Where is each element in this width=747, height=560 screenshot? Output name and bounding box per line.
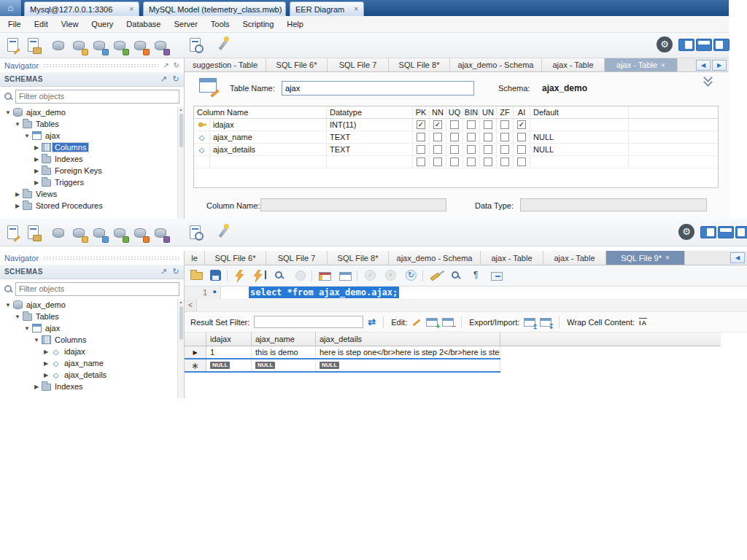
edit-record-icon[interactable] bbox=[411, 317, 422, 327]
scrollbar-thumb[interactable] bbox=[179, 306, 183, 340]
bin-checkbox[interactable] bbox=[467, 158, 476, 166]
tree-item-column-idajax[interactable]: ▶◇idajax bbox=[0, 346, 177, 357]
scrollbar-thumb[interactable] bbox=[179, 114, 183, 147]
limit-rows-icon[interactable] bbox=[338, 268, 354, 284]
new-query-tab-icon[interactable] bbox=[4, 224, 22, 241]
result-col-header-ajax_details[interactable]: ajax_details bbox=[316, 332, 500, 346]
database-icon[interactable] bbox=[50, 224, 67, 241]
expander-icon[interactable]: ▶ bbox=[14, 191, 21, 198]
close-icon[interactable]: × bbox=[665, 254, 670, 262]
column-row-empty[interactable] bbox=[194, 156, 718, 168]
wrap-text-icon[interactable] bbox=[489, 268, 506, 284]
expander-icon[interactable]: ▶ bbox=[14, 203, 21, 209]
filter-objects-input[interactable] bbox=[15, 90, 179, 104]
create-procedure-icon[interactable] bbox=[131, 36, 149, 54]
reconnect-dbms-icon[interactable] bbox=[214, 36, 232, 54]
expander-icon[interactable]: ▼ bbox=[14, 121, 21, 128]
result-col-header-idajax[interactable]: idajax bbox=[206, 332, 252, 346]
tab-sql-file-8[interactable]: SQL File 8* bbox=[389, 58, 450, 71]
un-checkbox[interactable] bbox=[484, 120, 492, 129]
refresh-icon[interactable]: ↻ bbox=[174, 61, 179, 69]
tab-next-icon[interactable]: ▶ bbox=[712, 60, 727, 71]
autocommit-icon[interactable]: ↻ bbox=[403, 268, 419, 284]
result-cell[interactable]: NULL bbox=[252, 359, 316, 371]
toggle-output-area-icon[interactable] bbox=[718, 226, 734, 238]
tree-item-schema-ajax_demo[interactable]: ▼ajax_demo bbox=[0, 299, 177, 311]
tree-item-column-ajax_name[interactable]: ▶◇ajax_name bbox=[0, 357, 177, 369]
datatype-cell[interactable] bbox=[327, 156, 413, 168]
expander-icon[interactable]: ▶ bbox=[42, 372, 50, 378]
create-table-icon[interactable] bbox=[90, 36, 108, 54]
zf-checkbox[interactable] bbox=[500, 120, 509, 129]
create-procedure-icon[interactable] bbox=[131, 224, 149, 241]
tree-item-tables[interactable]: ▼Tables bbox=[0, 311, 177, 322]
menu-view[interactable]: View bbox=[55, 18, 85, 30]
notifications-gear-icon[interactable]: ⚙ bbox=[678, 224, 694, 240]
explain-plan-icon[interactable] bbox=[272, 268, 288, 284]
pk-checkbox[interactable] bbox=[417, 158, 425, 166]
result-cell[interactable]: NULL bbox=[316, 359, 500, 371]
window-tab-eer-diagram[interactable]: EER Diagram × bbox=[290, 1, 364, 16]
expander-icon[interactable]: ▶ bbox=[33, 384, 40, 390]
menu-help[interactable]: Help bbox=[280, 18, 310, 30]
expander-icon[interactable]: ▶ bbox=[33, 144, 40, 151]
tree-item-indexes[interactable]: ▶Indexes bbox=[0, 381, 177, 392]
tree-item-indexes[interactable]: ▶Indexes bbox=[0, 153, 177, 165]
ai-checkbox[interactable] bbox=[517, 158, 526, 166]
expand-panel-icon[interactable]: ↗ bbox=[163, 61, 169, 69]
refresh-schemas-icon[interactable]: ↻ bbox=[172, 267, 179, 276]
un-checkbox[interactable] bbox=[484, 158, 492, 166]
new-query-tab-icon[interactable] bbox=[4, 36, 22, 54]
nn-checkbox[interactable] bbox=[433, 158, 442, 166]
toggle-right-sidebar-icon[interactable] bbox=[735, 226, 747, 238]
expander-icon[interactable]: ▼ bbox=[23, 325, 31, 332]
save-script-icon[interactable] bbox=[208, 268, 224, 284]
column-name-cell[interactable]: ajax_name bbox=[210, 131, 327, 143]
toggle-stop-on-error-icon[interactable] bbox=[317, 268, 333, 284]
commit-icon[interactable]: ✓ bbox=[363, 268, 379, 284]
tree-item-column-ajax_details[interactable]: ▶◇ajax_details bbox=[0, 369, 177, 381]
create-view-icon[interactable] bbox=[111, 36, 128, 54]
menu-tools[interactable]: Tools bbox=[204, 18, 236, 30]
sql-editor-line[interactable]: 1 ● select *from ajax_demo.ajax; bbox=[185, 287, 747, 300]
nn-checkbox[interactable]: ✓ bbox=[433, 120, 442, 129]
tree-item-schema-ajax_demo[interactable]: ▼ajax_demo bbox=[0, 106, 177, 118]
column-name-cell[interactable]: idajax bbox=[210, 119, 327, 131]
tab-ajax-table[interactable]: ajax - Table bbox=[542, 58, 605, 71]
create-function-icon[interactable] bbox=[152, 36, 169, 54]
default-cell[interactable] bbox=[530, 156, 629, 168]
result-cell[interactable]: here is step one</br>here is step 2</br>… bbox=[316, 346, 500, 358]
column-row-ajax_name[interactable]: ◇ ajax_name TEXT NULL bbox=[194, 131, 718, 144]
data-type-input[interactable] bbox=[520, 198, 707, 211]
tab-truncated[interactable]: le bbox=[185, 251, 205, 265]
create-view-icon[interactable] bbox=[111, 224, 128, 241]
search-table-data-icon[interactable] bbox=[187, 36, 204, 54]
scroll-up-icon[interactable]: ▴ bbox=[178, 106, 184, 113]
table-name-input[interactable] bbox=[282, 81, 474, 96]
pk-checkbox[interactable]: ✓ bbox=[417, 120, 425, 129]
default-cell[interactable] bbox=[530, 119, 629, 131]
column-name-cell[interactable]: ajax_details bbox=[210, 144, 327, 155]
expander-icon[interactable]: ▼ bbox=[4, 302, 12, 308]
column-name-cell[interactable] bbox=[210, 156, 327, 168]
tab-suggestion-table[interactable]: suggestion - Table bbox=[185, 58, 266, 71]
result-cell[interactable]: this is demo bbox=[252, 346, 316, 358]
tree-item-foreign-keys[interactable]: ▶Foreign Keys bbox=[0, 165, 177, 176]
uq-checkbox[interactable] bbox=[450, 120, 459, 129]
bin-checkbox[interactable] bbox=[467, 145, 476, 154]
pin-icon[interactable]: ↗ bbox=[160, 267, 168, 276]
bin-checkbox[interactable] bbox=[467, 133, 476, 141]
pin-icon[interactable]: ↗ bbox=[160, 74, 168, 84]
tab-ajax-table-2[interactable]: ajax - Table bbox=[543, 251, 606, 265]
expander-icon[interactable]: ▶ bbox=[33, 179, 40, 186]
expander-icon[interactable]: ▼ bbox=[14, 314, 21, 320]
tree-scrollbar[interactable]: ▴ bbox=[177, 106, 184, 219]
zf-checkbox[interactable] bbox=[500, 145, 509, 154]
column-row-ajax_details[interactable]: ◇ ajax_details TEXT NULL bbox=[194, 144, 718, 156]
datatype-cell[interactable]: INT(11) bbox=[327, 119, 413, 131]
toggle-left-sidebar-icon[interactable] bbox=[678, 39, 694, 51]
uq-checkbox[interactable] bbox=[450, 145, 459, 154]
create-schema-icon[interactable] bbox=[70, 224, 88, 241]
create-table-icon[interactable] bbox=[90, 224, 108, 241]
tab-sql-file-7[interactable]: SQL File 7 bbox=[266, 251, 328, 265]
